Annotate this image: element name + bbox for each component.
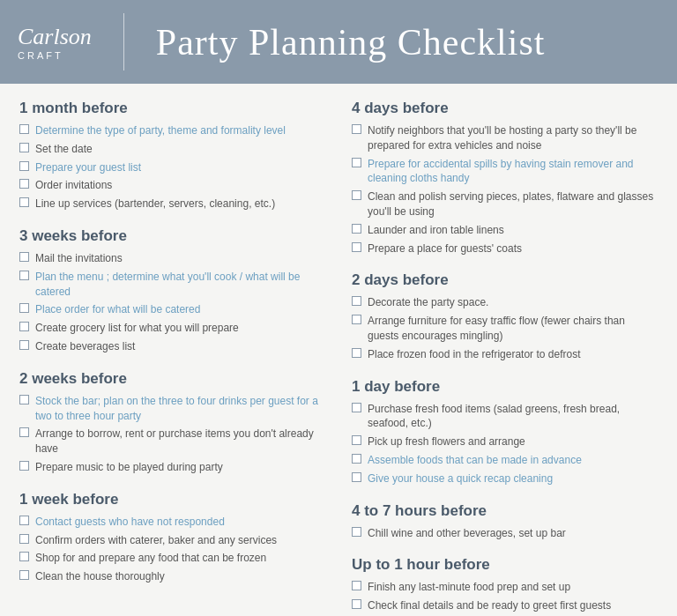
item-text: Mail the invitations xyxy=(35,251,325,266)
checkbox[interactable] xyxy=(19,427,29,437)
list-item: Mail the invitations xyxy=(19,251,325,266)
checklist-4-7-hours: Chill wine and other beverages, set up b… xyxy=(352,526,658,541)
list-item: Create beverages list xyxy=(19,339,325,354)
item-text: Arrange furniture for easy traffic flow … xyxy=(368,314,658,344)
item-text: Confirm orders with caterer, baker and a… xyxy=(35,533,325,548)
checkbox[interactable] xyxy=(352,527,361,537)
checkbox[interactable] xyxy=(19,252,29,262)
item-text: Clean and polish serving pieces, plates,… xyxy=(368,189,658,219)
checklist-4-days: Notify neighbors that you'll be hosting … xyxy=(352,123,658,256)
list-item: Clean the house thoroughly xyxy=(19,569,325,584)
checkbox[interactable] xyxy=(352,242,361,252)
list-item: Plan the menu ; determine what you'll co… xyxy=(19,270,325,300)
item-text: Check final details and be ready to gree… xyxy=(368,598,658,613)
checklist-1-week: Contact guests who have not respondedCon… xyxy=(19,515,325,584)
checkbox[interactable] xyxy=(19,534,29,544)
logo-area: Carlson CRAFT Party Planning Checklist xyxy=(18,13,545,71)
list-item: Confirm orders with caterer, baker and a… xyxy=(19,533,325,548)
item-text: Prepare for accidental spills by having … xyxy=(368,157,658,187)
section-3-weeks: 3 weeks beforeMail the invitationsPlan t… xyxy=(19,227,325,354)
checkbox[interactable] xyxy=(352,454,361,464)
checkbox[interactable] xyxy=(19,552,29,561)
list-item: Prepare for accidental spills by having … xyxy=(352,157,658,187)
list-item: Decorate the party space. xyxy=(352,295,658,310)
checkbox[interactable] xyxy=(352,224,361,234)
section-2-weeks: 2 weeks beforeStock the bar; plan on the… xyxy=(19,370,325,475)
item-text: Purchase fresh food items (salad greens,… xyxy=(368,402,658,432)
checklist-3-weeks: Mail the invitationsPlan the menu ; dete… xyxy=(19,251,325,354)
list-item: Pick up fresh flowers and arrange xyxy=(352,434,658,449)
item-text: Shop for and prepare any food that can b… xyxy=(35,551,325,566)
item-text: Determine the type of party, theme and f… xyxy=(35,123,325,138)
section-1-month: 1 month beforeDetermine the type of part… xyxy=(19,100,325,212)
section-title-3-weeks: 3 weeks before xyxy=(19,227,325,245)
checkbox[interactable] xyxy=(19,161,29,171)
checklist-2-days: Decorate the party space.Arrange furnitu… xyxy=(352,295,658,361)
checkbox[interactable] xyxy=(19,303,29,313)
list-item: Purchase fresh food items (salad greens,… xyxy=(352,402,658,432)
checkbox[interactable] xyxy=(19,461,29,471)
item-text: Prepare a place for guests' coats xyxy=(368,241,658,256)
left-column: 1 month beforeDetermine the type of part… xyxy=(19,100,325,600)
checkbox[interactable] xyxy=(19,340,29,350)
item-text: Arrange to borrow, rent or purchase item… xyxy=(35,427,325,456)
checkbox[interactable] xyxy=(19,395,29,404)
checkbox[interactable] xyxy=(352,158,361,167)
list-item: Finish any last-minute food prep and set… xyxy=(352,580,658,595)
list-item: Chill wine and other beverages, set up b… xyxy=(352,526,658,541)
checkbox[interactable] xyxy=(19,322,29,331)
list-item: Clean and polish serving pieces, plates,… xyxy=(352,189,658,219)
list-item: Assemble foods that can be made in advan… xyxy=(352,453,658,468)
item-text: Prepare your guest list xyxy=(35,160,325,175)
checkbox[interactable] xyxy=(352,435,361,445)
item-text: Prepare music to be played during party xyxy=(35,460,325,475)
item-text: Chill wine and other beverages, set up b… xyxy=(368,526,658,541)
section-4-7-hours: 4 to 7 hours beforeChill wine and other … xyxy=(352,502,658,541)
checkbox[interactable] xyxy=(352,190,361,200)
list-item: Prepare a place for guests' coats xyxy=(352,241,658,256)
right-column: 4 days beforeNotify neighbors that you'l… xyxy=(352,100,658,600)
checkbox[interactable] xyxy=(352,296,361,306)
item-text: Stock the bar; plan on the three to four… xyxy=(35,394,325,424)
checkbox[interactable] xyxy=(19,271,29,280)
logo: Carlson CRAFT xyxy=(18,24,92,61)
item-text: Finish any last-minute food prep and set… xyxy=(368,580,658,595)
list-item: Stock the bar; plan on the three to four… xyxy=(19,394,325,424)
section-title-4-days: 4 days before xyxy=(352,100,658,117)
item-text: Contact guests who have not responded xyxy=(35,515,325,530)
checkbox[interactable] xyxy=(19,124,29,134)
list-item: Prepare music to be played during party xyxy=(19,460,325,475)
list-item: Create grocery list for what you will pr… xyxy=(19,321,325,336)
checkbox[interactable] xyxy=(352,124,361,134)
list-item: Order invitations xyxy=(19,178,325,193)
section-title-1-day: 1 day before xyxy=(352,378,658,396)
checkbox[interactable] xyxy=(19,179,29,189)
item-text: Give your house a quick recap cleaning xyxy=(368,471,658,486)
checklist-2-weeks: Stock the bar; plan on the three to four… xyxy=(19,394,325,475)
list-item: Place frozen food in the refrigerator to… xyxy=(352,347,658,362)
checkbox[interactable] xyxy=(352,315,361,324)
checklist-1-hour: Finish any last-minute food prep and set… xyxy=(352,580,658,613)
checkbox[interactable] xyxy=(19,570,29,580)
list-item: Launder and iron table linens xyxy=(352,223,658,238)
checkbox[interactable] xyxy=(19,516,29,525)
logo-carlson: Carlson xyxy=(18,24,92,50)
item-text: Notify neighbors that you'll be hosting … xyxy=(368,123,658,153)
checkbox[interactable] xyxy=(19,197,29,207)
list-item: Give your house a quick recap cleaning xyxy=(352,471,658,486)
list-item: Arrange furniture for easy traffic flow … xyxy=(352,314,658,344)
item-text: Assemble foods that can be made in advan… xyxy=(368,453,658,468)
checkbox[interactable] xyxy=(352,348,361,358)
list-item: Prepare your guest list xyxy=(19,160,325,175)
checkbox[interactable] xyxy=(352,581,361,590)
section-title-4-7-hours: 4 to 7 hours before xyxy=(352,502,658,520)
list-item: Notify neighbors that you'll be hosting … xyxy=(352,123,658,153)
checkbox[interactable] xyxy=(352,472,361,482)
checkbox[interactable] xyxy=(19,143,29,152)
checklist-1-day: Purchase fresh food items (salad greens,… xyxy=(352,402,658,486)
section-2-days: 2 days beforeDecorate the party space.Ar… xyxy=(352,271,658,361)
page-title: Party Planning Checklist xyxy=(156,21,546,63)
checkbox[interactable] xyxy=(352,599,361,609)
checkbox[interactable] xyxy=(352,403,361,412)
logo-craft: CRAFT xyxy=(18,50,92,61)
